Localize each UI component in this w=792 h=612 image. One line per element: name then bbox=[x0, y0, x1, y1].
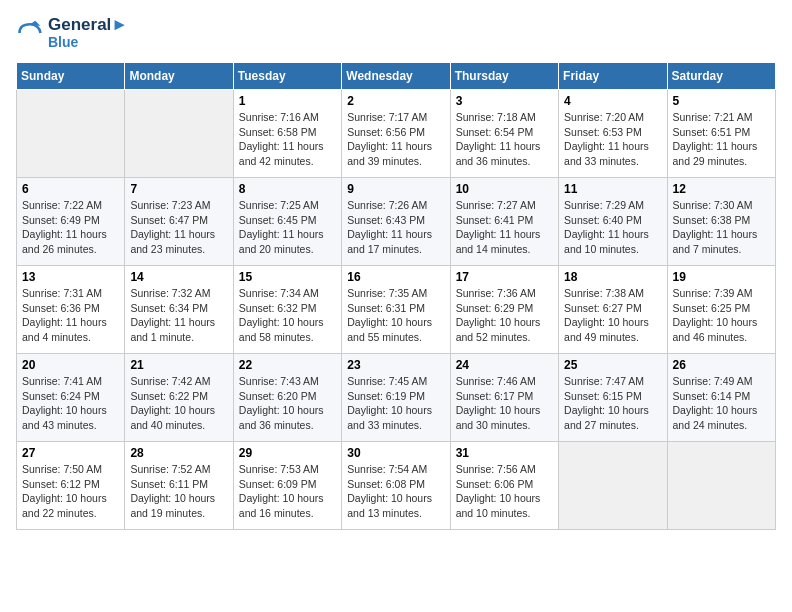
sunrise-text: Sunrise: 7:30 AM bbox=[673, 198, 770, 213]
day-number: 2 bbox=[347, 94, 444, 108]
sunrise-text: Sunrise: 7:49 AM bbox=[673, 374, 770, 389]
calendar-day-cell: 16 Sunrise: 7:35 AM Sunset: 6:31 PM Dayl… bbox=[342, 266, 450, 354]
daylight-text: Daylight: 10 hours and 55 minutes. bbox=[347, 315, 444, 344]
daylight-text: Daylight: 10 hours and 22 minutes. bbox=[22, 491, 119, 520]
day-number: 8 bbox=[239, 182, 336, 196]
daylight-text: Daylight: 11 hours and 20 minutes. bbox=[239, 227, 336, 256]
day-number: 21 bbox=[130, 358, 227, 372]
daylight-text: Daylight: 11 hours and 26 minutes. bbox=[22, 227, 119, 256]
day-detail: Sunrise: 7:39 AM Sunset: 6:25 PM Dayligh… bbox=[673, 286, 770, 345]
calendar-day-cell: 26 Sunrise: 7:49 AM Sunset: 6:14 PM Dayl… bbox=[667, 354, 775, 442]
daylight-text: Daylight: 11 hours and 4 minutes. bbox=[22, 315, 119, 344]
calendar-day-cell: 2 Sunrise: 7:17 AM Sunset: 6:56 PM Dayli… bbox=[342, 90, 450, 178]
sunrise-text: Sunrise: 7:20 AM bbox=[564, 110, 661, 125]
day-number: 19 bbox=[673, 270, 770, 284]
calendar-day-cell: 31 Sunrise: 7:56 AM Sunset: 6:06 PM Dayl… bbox=[450, 442, 558, 530]
day-number: 22 bbox=[239, 358, 336, 372]
day-number: 6 bbox=[22, 182, 119, 196]
day-detail: Sunrise: 7:49 AM Sunset: 6:14 PM Dayligh… bbox=[673, 374, 770, 433]
sunrise-text: Sunrise: 7:26 AM bbox=[347, 198, 444, 213]
sunset-text: Sunset: 6:41 PM bbox=[456, 213, 553, 228]
calendar-week-row: 13 Sunrise: 7:31 AM Sunset: 6:36 PM Dayl… bbox=[17, 266, 776, 354]
day-detail: Sunrise: 7:45 AM Sunset: 6:19 PM Dayligh… bbox=[347, 374, 444, 433]
sunset-text: Sunset: 6:38 PM bbox=[673, 213, 770, 228]
sunset-text: Sunset: 6:20 PM bbox=[239, 389, 336, 404]
calendar-week-row: 20 Sunrise: 7:41 AM Sunset: 6:24 PM Dayl… bbox=[17, 354, 776, 442]
day-number: 17 bbox=[456, 270, 553, 284]
day-detail: Sunrise: 7:23 AM Sunset: 6:47 PM Dayligh… bbox=[130, 198, 227, 257]
day-detail: Sunrise: 7:42 AM Sunset: 6:22 PM Dayligh… bbox=[130, 374, 227, 433]
day-number: 18 bbox=[564, 270, 661, 284]
sunset-text: Sunset: 6:09 PM bbox=[239, 477, 336, 492]
calendar-header-saturday: Saturday bbox=[667, 63, 775, 90]
calendar-day-cell: 12 Sunrise: 7:30 AM Sunset: 6:38 PM Dayl… bbox=[667, 178, 775, 266]
calendar-header-wednesday: Wednesday bbox=[342, 63, 450, 90]
day-detail: Sunrise: 7:22 AM Sunset: 6:49 PM Dayligh… bbox=[22, 198, 119, 257]
daylight-text: Daylight: 11 hours and 33 minutes. bbox=[564, 139, 661, 168]
day-number: 23 bbox=[347, 358, 444, 372]
day-number: 3 bbox=[456, 94, 553, 108]
daylight-text: Daylight: 10 hours and 16 minutes. bbox=[239, 491, 336, 520]
sunset-text: Sunset: 6:34 PM bbox=[130, 301, 227, 316]
day-detail: Sunrise: 7:56 AM Sunset: 6:06 PM Dayligh… bbox=[456, 462, 553, 521]
sunset-text: Sunset: 6:45 PM bbox=[239, 213, 336, 228]
day-detail: Sunrise: 7:53 AM Sunset: 6:09 PM Dayligh… bbox=[239, 462, 336, 521]
day-detail: Sunrise: 7:52 AM Sunset: 6:11 PM Dayligh… bbox=[130, 462, 227, 521]
calendar-day-cell: 19 Sunrise: 7:39 AM Sunset: 6:25 PM Dayl… bbox=[667, 266, 775, 354]
day-detail: Sunrise: 7:25 AM Sunset: 6:45 PM Dayligh… bbox=[239, 198, 336, 257]
day-number: 15 bbox=[239, 270, 336, 284]
calendar-day-cell: 9 Sunrise: 7:26 AM Sunset: 6:43 PM Dayli… bbox=[342, 178, 450, 266]
calendar-header-monday: Monday bbox=[125, 63, 233, 90]
calendar-table: SundayMondayTuesdayWednesdayThursdayFrid… bbox=[16, 62, 776, 530]
sunset-text: Sunset: 6:31 PM bbox=[347, 301, 444, 316]
calendar-day-cell: 11 Sunrise: 7:29 AM Sunset: 6:40 PM Dayl… bbox=[559, 178, 667, 266]
day-number: 10 bbox=[456, 182, 553, 196]
calendar-day-cell: 23 Sunrise: 7:45 AM Sunset: 6:19 PM Dayl… bbox=[342, 354, 450, 442]
calendar-day-cell bbox=[17, 90, 125, 178]
logo-icon bbox=[16, 19, 44, 47]
daylight-text: Daylight: 11 hours and 39 minutes. bbox=[347, 139, 444, 168]
day-detail: Sunrise: 7:26 AM Sunset: 6:43 PM Dayligh… bbox=[347, 198, 444, 257]
daylight-text: Daylight: 11 hours and 14 minutes. bbox=[456, 227, 553, 256]
daylight-text: Daylight: 10 hours and 10 minutes. bbox=[456, 491, 553, 520]
day-number: 31 bbox=[456, 446, 553, 460]
sunrise-text: Sunrise: 7:42 AM bbox=[130, 374, 227, 389]
sunrise-text: Sunrise: 7:17 AM bbox=[347, 110, 444, 125]
day-number: 13 bbox=[22, 270, 119, 284]
day-detail: Sunrise: 7:41 AM Sunset: 6:24 PM Dayligh… bbox=[22, 374, 119, 433]
sunrise-text: Sunrise: 7:16 AM bbox=[239, 110, 336, 125]
day-detail: Sunrise: 7:27 AM Sunset: 6:41 PM Dayligh… bbox=[456, 198, 553, 257]
calendar-day-cell: 1 Sunrise: 7:16 AM Sunset: 6:58 PM Dayli… bbox=[233, 90, 341, 178]
sunset-text: Sunset: 6:06 PM bbox=[456, 477, 553, 492]
calendar-day-cell: 15 Sunrise: 7:34 AM Sunset: 6:32 PM Dayl… bbox=[233, 266, 341, 354]
day-detail: Sunrise: 7:18 AM Sunset: 6:54 PM Dayligh… bbox=[456, 110, 553, 169]
day-number: 16 bbox=[347, 270, 444, 284]
sunrise-text: Sunrise: 7:35 AM bbox=[347, 286, 444, 301]
sunrise-text: Sunrise: 7:47 AM bbox=[564, 374, 661, 389]
day-detail: Sunrise: 7:47 AM Sunset: 6:15 PM Dayligh… bbox=[564, 374, 661, 433]
calendar-day-cell: 22 Sunrise: 7:43 AM Sunset: 6:20 PM Dayl… bbox=[233, 354, 341, 442]
calendar-day-cell: 20 Sunrise: 7:41 AM Sunset: 6:24 PM Dayl… bbox=[17, 354, 125, 442]
calendar-day-cell: 18 Sunrise: 7:38 AM Sunset: 6:27 PM Dayl… bbox=[559, 266, 667, 354]
daylight-text: Daylight: 10 hours and 36 minutes. bbox=[239, 403, 336, 432]
day-number: 9 bbox=[347, 182, 444, 196]
sunset-text: Sunset: 6:58 PM bbox=[239, 125, 336, 140]
daylight-text: Daylight: 10 hours and 24 minutes. bbox=[673, 403, 770, 432]
sunrise-text: Sunrise: 7:38 AM bbox=[564, 286, 661, 301]
sunrise-text: Sunrise: 7:39 AM bbox=[673, 286, 770, 301]
sunset-text: Sunset: 6:12 PM bbox=[22, 477, 119, 492]
day-detail: Sunrise: 7:17 AM Sunset: 6:56 PM Dayligh… bbox=[347, 110, 444, 169]
daylight-text: Daylight: 10 hours and 43 minutes. bbox=[22, 403, 119, 432]
day-detail: Sunrise: 7:38 AM Sunset: 6:27 PM Dayligh… bbox=[564, 286, 661, 345]
calendar-day-cell: 4 Sunrise: 7:20 AM Sunset: 6:53 PM Dayli… bbox=[559, 90, 667, 178]
sunset-text: Sunset: 6:19 PM bbox=[347, 389, 444, 404]
day-detail: Sunrise: 7:43 AM Sunset: 6:20 PM Dayligh… bbox=[239, 374, 336, 433]
daylight-text: Daylight: 11 hours and 29 minutes. bbox=[673, 139, 770, 168]
sunset-text: Sunset: 6:53 PM bbox=[564, 125, 661, 140]
calendar-day-cell: 13 Sunrise: 7:31 AM Sunset: 6:36 PM Dayl… bbox=[17, 266, 125, 354]
day-number: 5 bbox=[673, 94, 770, 108]
day-detail: Sunrise: 7:32 AM Sunset: 6:34 PM Dayligh… bbox=[130, 286, 227, 345]
sunset-text: Sunset: 6:29 PM bbox=[456, 301, 553, 316]
day-number: 4 bbox=[564, 94, 661, 108]
day-number: 14 bbox=[130, 270, 227, 284]
